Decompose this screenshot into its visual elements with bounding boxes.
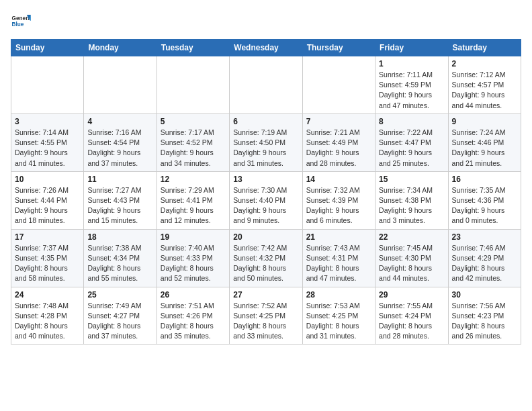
day-number: 14 [306,175,371,184]
day-number: 30 [452,290,517,300]
day-info: Sunrise: 7:35 AM Sunset: 4:36 PM Dayligh… [452,185,517,226]
day-number: 26 [161,290,226,300]
day-info: Sunrise: 7:17 AM Sunset: 4:52 PM Dayligh… [161,128,226,169]
calendar-cell: 9Sunrise: 7:24 AM Sunset: 4:46 PM Daylig… [448,113,521,171]
calendar-cell: 1Sunrise: 7:11 AM Sunset: 4:59 PM Daylig… [375,56,448,114]
page-header: General Blue [11,11,521,31]
calendar-cell [11,56,84,114]
day-number: 21 [306,232,371,242]
calendar-week-0: 1Sunrise: 7:11 AM Sunset: 4:59 PM Daylig… [11,56,521,114]
calendar-cell: 8Sunrise: 7:22 AM Sunset: 4:47 PM Daylig… [375,113,448,171]
calendar-header-row: SundayMondayTuesdayWednesdayThursdayFrid… [11,40,521,56]
calendar-cell [302,56,375,114]
calendar-cell: 22Sunrise: 7:45 AM Sunset: 4:30 PM Dayli… [375,229,448,287]
calendar-cell: 26Sunrise: 7:51 AM Sunset: 4:26 PM Dayli… [157,287,229,345]
col-header-wednesday: Wednesday [230,40,302,56]
calendar-cell: 16Sunrise: 7:35 AM Sunset: 4:36 PM Dayli… [448,171,521,229]
col-header-thursday: Thursday [302,40,375,56]
calendar-cell: 13Sunrise: 7:30 AM Sunset: 4:40 PM Dayli… [230,171,302,229]
calendar-cell: 21Sunrise: 7:43 AM Sunset: 4:31 PM Dayli… [302,229,375,287]
day-info: Sunrise: 7:43 AM Sunset: 4:31 PM Dayligh… [306,243,371,284]
calendar-cell [230,56,302,114]
day-info: Sunrise: 7:24 AM Sunset: 4:46 PM Dayligh… [452,128,517,169]
calendar-cell: 12Sunrise: 7:29 AM Sunset: 4:41 PM Dayli… [157,171,229,229]
day-number: 19 [161,232,226,242]
calendar-cell [84,56,157,114]
calendar-week-3: 17Sunrise: 7:37 AM Sunset: 4:35 PM Dayli… [11,229,521,287]
calendar-cell: 18Sunrise: 7:38 AM Sunset: 4:34 PM Dayli… [84,229,157,287]
day-number: 28 [306,290,371,300]
calendar-cell: 28Sunrise: 7:53 AM Sunset: 4:25 PM Dayli… [302,287,375,345]
day-info: Sunrise: 7:16 AM Sunset: 4:54 PM Dayligh… [87,128,152,169]
day-info: Sunrise: 7:22 AM Sunset: 4:47 PM Dayligh… [379,128,444,169]
col-header-friday: Friday [375,40,448,56]
day-info: Sunrise: 7:45 AM Sunset: 4:30 PM Dayligh… [379,243,444,284]
day-info: Sunrise: 7:32 AM Sunset: 4:39 PM Dayligh… [306,185,371,226]
calendar-cell: 17Sunrise: 7:37 AM Sunset: 4:35 PM Dayli… [11,229,84,287]
day-info: Sunrise: 7:30 AM Sunset: 4:40 PM Dayligh… [233,185,298,226]
svg-text:Blue: Blue [12,21,24,28]
calendar-week-2: 10Sunrise: 7:26 AM Sunset: 4:44 PM Dayli… [11,171,521,229]
col-header-sunday: Sunday [11,40,84,56]
calendar-cell: 10Sunrise: 7:26 AM Sunset: 4:44 PM Dayli… [11,171,84,229]
day-info: Sunrise: 7:49 AM Sunset: 4:27 PM Dayligh… [87,301,152,342]
calendar-cell: 2Sunrise: 7:12 AM Sunset: 4:57 PM Daylig… [448,56,521,114]
calendar-table: SundayMondayTuesdayWednesdayThursdayFrid… [11,39,521,345]
day-number: 2 [452,59,517,68]
day-number: 5 [161,117,226,126]
col-header-saturday: Saturday [448,40,521,56]
day-number: 25 [87,290,152,300]
day-info: Sunrise: 7:42 AM Sunset: 4:32 PM Dayligh… [233,243,298,284]
day-info: Sunrise: 7:52 AM Sunset: 4:25 PM Dayligh… [233,301,298,342]
calendar-cell: 25Sunrise: 7:49 AM Sunset: 4:27 PM Dayli… [84,287,157,345]
day-number: 12 [161,175,226,184]
day-number: 13 [233,175,298,184]
calendar-cell: 6Sunrise: 7:19 AM Sunset: 4:50 PM Daylig… [230,113,302,171]
day-info: Sunrise: 7:14 AM Sunset: 4:55 PM Dayligh… [15,128,80,169]
day-info: Sunrise: 7:12 AM Sunset: 4:57 PM Dayligh… [452,70,517,111]
day-number: 22 [379,232,444,242]
day-info: Sunrise: 7:46 AM Sunset: 4:29 PM Dayligh… [452,243,517,284]
day-info: Sunrise: 7:37 AM Sunset: 4:35 PM Dayligh… [15,243,80,284]
calendar-cell: 24Sunrise: 7:48 AM Sunset: 4:28 PM Dayli… [11,287,84,345]
logo-icon: General Blue [11,11,31,31]
calendar-cell: 30Sunrise: 7:56 AM Sunset: 4:23 PM Dayli… [448,287,521,345]
day-info: Sunrise: 7:34 AM Sunset: 4:38 PM Dayligh… [379,185,444,226]
day-number: 9 [452,117,517,126]
col-header-monday: Monday [84,40,157,56]
day-number: 4 [87,117,152,126]
day-number: 1 [379,59,444,68]
logo: General Blue [11,11,34,31]
day-number: 18 [87,232,152,242]
calendar-cell: 14Sunrise: 7:32 AM Sunset: 4:39 PM Dayli… [302,171,375,229]
day-info: Sunrise: 7:26 AM Sunset: 4:44 PM Dayligh… [15,185,80,226]
day-info: Sunrise: 7:19 AM Sunset: 4:50 PM Dayligh… [233,128,298,169]
calendar-cell: 29Sunrise: 7:55 AM Sunset: 4:24 PM Dayli… [375,287,448,345]
day-info: Sunrise: 7:29 AM Sunset: 4:41 PM Dayligh… [161,185,226,226]
day-info: Sunrise: 7:48 AM Sunset: 4:28 PM Dayligh… [15,301,80,342]
calendar-cell: 7Sunrise: 7:21 AM Sunset: 4:49 PM Daylig… [302,113,375,171]
calendar-cell: 3Sunrise: 7:14 AM Sunset: 4:55 PM Daylig… [11,113,84,171]
day-number: 16 [452,175,517,184]
day-info: Sunrise: 7:51 AM Sunset: 4:26 PM Dayligh… [161,301,226,342]
day-number: 7 [306,117,371,126]
day-number: 3 [15,117,80,126]
day-number: 24 [15,290,80,300]
calendar-cell [157,56,229,114]
calendar-cell: 27Sunrise: 7:52 AM Sunset: 4:25 PM Dayli… [230,287,302,345]
day-number: 10 [15,175,80,184]
day-number: 17 [15,232,80,242]
calendar-cell: 4Sunrise: 7:16 AM Sunset: 4:54 PM Daylig… [84,113,157,171]
day-info: Sunrise: 7:53 AM Sunset: 4:25 PM Dayligh… [306,301,371,342]
day-info: Sunrise: 7:38 AM Sunset: 4:34 PM Dayligh… [87,243,152,284]
day-number: 23 [452,232,517,242]
day-info: Sunrise: 7:27 AM Sunset: 4:43 PM Dayligh… [87,185,152,226]
day-number: 15 [379,175,444,184]
calendar-week-1: 3Sunrise: 7:14 AM Sunset: 4:55 PM Daylig… [11,113,521,171]
calendar-cell: 19Sunrise: 7:40 AM Sunset: 4:33 PM Dayli… [157,229,229,287]
calendar-week-4: 24Sunrise: 7:48 AM Sunset: 4:28 PM Dayli… [11,287,521,345]
day-number: 11 [87,175,152,184]
day-number: 8 [379,117,444,126]
calendar-cell: 15Sunrise: 7:34 AM Sunset: 4:38 PM Dayli… [375,171,448,229]
calendar-cell: 23Sunrise: 7:46 AM Sunset: 4:29 PM Dayli… [448,229,521,287]
